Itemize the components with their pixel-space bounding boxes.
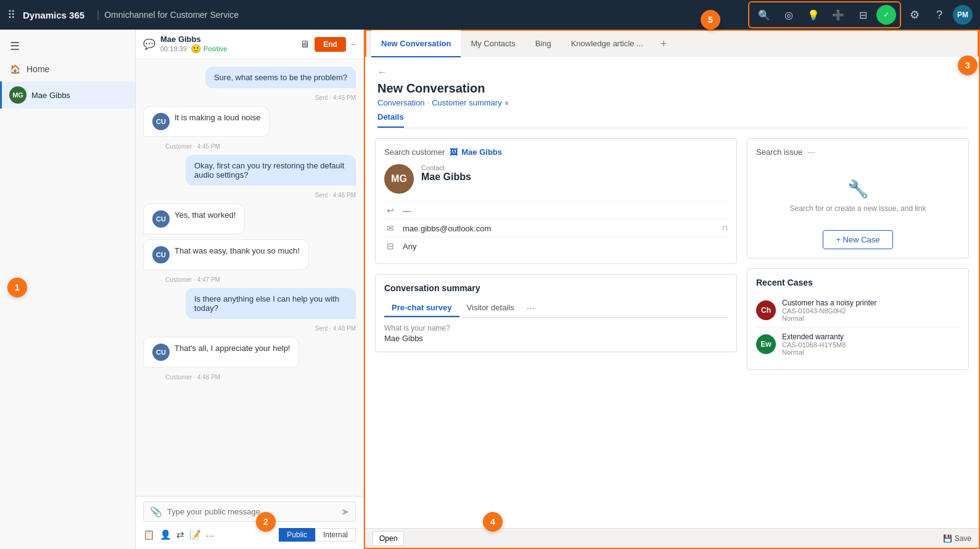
message-5: CU That was easy, thank you so much! [143, 239, 309, 270]
message-3: Okay, first can you try restoring the de… [186, 155, 356, 186]
save-button[interactable]: 💾 Save [943, 534, 971, 543]
attachment-icon[interactable]: 📎 [150, 506, 162, 518]
search-customer-row: Search customer 🖼 Mae Gibbs [384, 147, 728, 157]
case-info-2: Extended warranty CAS-01068-H1Y5M8 Norma… [782, 332, 960, 356]
case-id-1: CAS-01043-N8G0H2 [782, 307, 960, 315]
search-customer-label: Search customer [384, 147, 445, 157]
msg-text-7: That's all, I appreciate your help! [175, 344, 290, 353]
timestamp-2: Customer · 4:45 PM [143, 143, 356, 150]
brand-label: Dynamics 365 [23, 10, 84, 20]
message-7: CU That's all, I appreciate your help! [143, 337, 299, 368]
tab-my-contacts[interactable]: My Contacts [461, 30, 525, 57]
tab-add-button[interactable]: + [653, 38, 675, 51]
sidebar-item-home[interactable]: 🏠 Home [0, 58, 135, 80]
copy-email-icon[interactable]: ⊓ [722, 224, 728, 233]
home-icon: 🏠 [10, 64, 20, 74]
tab-knowledge-article[interactable]: Knowledge article ... [561, 30, 653, 57]
back-button[interactable]: ← [377, 67, 387, 78]
internal-toggle-button[interactable]: Internal [315, 528, 356, 542]
home-label: Home [27, 64, 49, 74]
breadcrumb-customer-summary: Customer summary [432, 98, 501, 107]
message-2: CU It is making a loud noise [143, 106, 270, 137]
message-6: Is there anything else I can help you wi… [186, 288, 356, 319]
details-area: Search customer 🖼 Mae Gibbs MG Contact [365, 128, 979, 380]
toolbar-template-icon[interactable]: 📋 [143, 529, 155, 540]
case-item-2[interactable]: Ew Extended warranty CAS-01068-H1Y5M8 No… [756, 328, 960, 361]
conversation-title: New Conversation [377, 81, 966, 96]
toolbar-transfer-icon[interactable]: ⇄ [176, 529, 184, 540]
new-case-button[interactable]: + New Case [823, 230, 892, 249]
summary-tab-survey[interactable]: Pre-chat survey [384, 299, 459, 317]
right-column: Search issue --- 🔧 Search for or create … [747, 138, 969, 370]
callout-2: 2 [256, 512, 276, 532]
right-panel: New Conversation My Contacts Bing Knowle… [364, 30, 980, 549]
end-chat-button[interactable]: End [315, 37, 346, 52]
breadcrumb-chevron-icon: ∨ [504, 99, 509, 106]
tab-new-conversation[interactable]: New Conversation [371, 30, 461, 57]
issue-empty-state: 🔧 Search for or create a new issue, and … [756, 167, 960, 225]
chat-contact-info: Mae Gibbs 00:19:39 🙂 Positive [160, 35, 227, 54]
timestamp-6: Sent · 4:48 PM [143, 325, 356, 332]
user-avatar[interactable]: PM [953, 5, 973, 25]
toolbar-people-icon[interactable]: 👤 [160, 529, 171, 540]
chat-messages: Sure, what seems to be the problem? Sent… [136, 59, 363, 496]
status-indicator[interactable]: ✓ [876, 5, 896, 25]
chat-header-left: 💬 Mae Gibbs 00:19:39 🙂 Positive [143, 35, 227, 54]
search-nav-button[interactable]: 🔍 [753, 4, 775, 26]
summary-tabs: Pre-chat survey Visitor details ··· [384, 299, 728, 318]
task-nav-button[interactable]: ◎ [778, 4, 800, 26]
customer-link[interactable]: 🖼 Mae Gibbs [450, 147, 502, 157]
case-item-1[interactable]: Ch Customer has a noisy printer CAS-0104… [756, 294, 960, 328]
filter-nav-button[interactable]: ⊟ [852, 4, 874, 26]
sentiment-label: Positive [204, 45, 228, 52]
add-nav-button[interactable]: ➕ [827, 4, 849, 26]
timestamp-5: Customer · 4:47 PM [143, 276, 356, 283]
contact-channel-row: ⊟ Any [384, 237, 728, 255]
settings-nav-button[interactable]: ⚙ [904, 4, 926, 26]
help-nav-button[interactable]: ? [928, 4, 950, 26]
message-4: CU Yes, that worked! [143, 204, 245, 234]
contact-email-row: ✉ mae.gibbs@outlook.com ⊓ [384, 219, 728, 237]
summary-more-icon[interactable]: ··· [527, 303, 535, 314]
minimize-icon[interactable]: − [351, 39, 356, 49]
toolbar-more-icon[interactable]: ··· [206, 530, 214, 540]
summary-tab-visitor[interactable]: Visitor details [459, 299, 522, 317]
chat-toolbar: 📋 👤 ⇄ 📝 ··· Public Internal [143, 526, 356, 544]
waffle-icon[interactable]: ⠿ [7, 8, 15, 22]
chat-channel-icon: 💬 [143, 38, 155, 50]
send-button[interactable]: ➤ [341, 506, 349, 518]
public-toggle-button[interactable]: Public [279, 528, 315, 542]
toolbar-note-icon[interactable]: 📝 [189, 529, 201, 540]
email-value: mae.gibbs@outlook.com [403, 224, 716, 233]
save-label: Save [955, 534, 971, 543]
contact-name-label: Mae Gibbs [31, 91, 70, 100]
monitor-icon[interactable]: 🖥 [300, 39, 310, 50]
notification-nav-button[interactable]: 💡 [802, 4, 825, 26]
chat-message-input[interactable] [167, 507, 336, 516]
conversation-summary-card: Conversation summary Pre-chat survey Vis… [375, 274, 737, 352]
channel-value: Any [403, 242, 728, 251]
wrench-icon: 🔧 [847, 179, 869, 199]
case-priority-1: Normal [782, 315, 960, 322]
case-avatar-2: Ew [756, 334, 776, 354]
contact-phone-row: ↩ --- [384, 201, 728, 219]
contact-type-label: Contact [421, 164, 471, 171]
open-tab-button[interactable]: Open [373, 531, 404, 546]
save-icon: 💾 [943, 534, 952, 543]
right-panel-scroll: Search customer 🖼 Mae Gibbs MG Contact [365, 128, 979, 528]
callout-1: 1 [7, 278, 27, 297]
nav-highlighted-group: 🔍 ◎ 💡 ➕ ⊟ ✓ [748, 1, 901, 28]
message-1: Sure, what seems to be the problem? [205, 67, 356, 88]
tab-bing[interactable]: Bing [525, 30, 561, 57]
nav-right-actions: 🔍 ◎ 💡 ➕ ⊟ ✓ ⚙ ? PM [748, 1, 973, 28]
sidebar-item-contact[interactable]: MG Mae Gibbs [0, 81, 135, 109]
phone-value: --- [403, 206, 728, 215]
callout-4: 4 [483, 512, 503, 532]
breadcrumb[interactable]: Conversation · Customer summary ∨ [377, 98, 966, 107]
hamburger-menu[interactable]: ☰ [0, 35, 135, 58]
conv-tab-details[interactable]: Details [377, 112, 404, 128]
content-area: ← New Conversation Conversation · Custom… [365, 57, 979, 548]
case-title-2: Extended warranty [782, 332, 960, 341]
chat-timer: 00:19:39 [160, 45, 187, 52]
contact-details-text: Contact Mae Gibbs [421, 164, 471, 183]
